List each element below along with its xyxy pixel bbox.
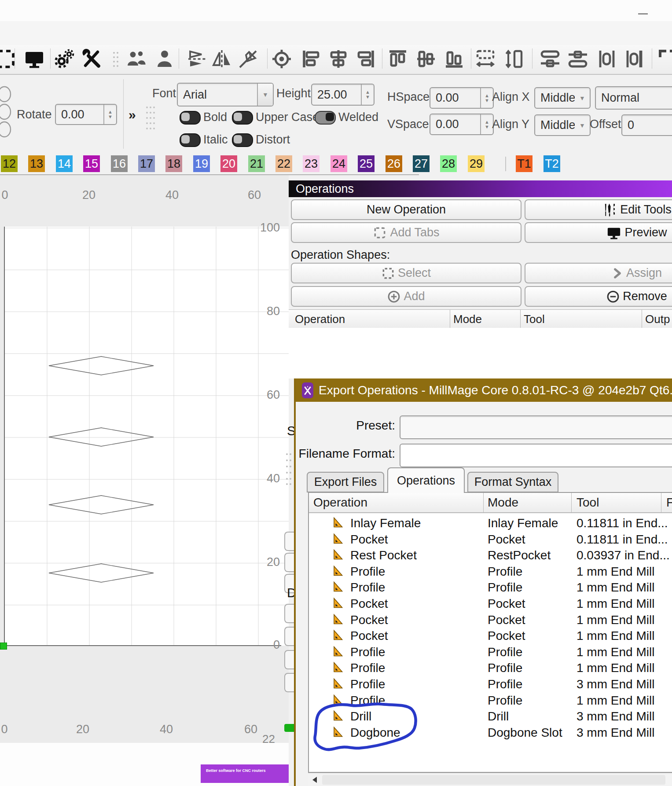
- operation-row-pocket[interactable]: viewBox="0 0 26 26">PocketPocket1 mm End…: [309, 612, 672, 628]
- operation-row-pocket[interactable]: viewBox="0 0 26 26">PocketPocket1 mm End…: [309, 628, 672, 644]
- operation-row-profile[interactable]: viewBox="0 0 26 26">ProfileProfile1 mm E…: [309, 579, 672, 595]
- selection-marquee-icon[interactable]: [0, 48, 15, 70]
- color-swatch-26[interactable]: 26: [386, 155, 402, 172]
- align-bottom-icon[interactable]: [444, 48, 465, 70]
- same-height-icon[interactable]: [567, 48, 588, 70]
- color-swatch-17[interactable]: 17: [138, 155, 155, 172]
- color-swatch-12[interactable]: 12: [1, 155, 18, 172]
- preview-button[interactable]: Preview: [525, 222, 672, 243]
- same-width-icon[interactable]: [540, 48, 561, 70]
- select-shapes-button[interactable]: Select: [291, 263, 521, 283]
- align-middle-vertical-icon[interactable]: [415, 48, 437, 70]
- equal-space-vertical-b-icon[interactable]: [624, 48, 645, 70]
- hspace-input[interactable]: 0.00 ▲▼: [430, 87, 494, 109]
- font-dropdown-arrow[interactable]: ▼: [257, 84, 273, 106]
- bold-toggle[interactable]: [180, 111, 201, 125]
- dialog-horizontal-scrollbar[interactable]: [308, 773, 672, 786]
- color-swatch-24[interactable]: 24: [330, 155, 347, 172]
- color-swatch-13[interactable]: 13: [28, 155, 45, 172]
- italic-toggle[interactable]: [180, 133, 201, 147]
- hspace-spinner[interactable]: ▲▼: [480, 88, 493, 108]
- tab-format-syntax[interactable]: Format Syntax: [467, 472, 558, 492]
- operation-row-profile[interactable]: viewBox="0 0 26 26">ProfileProfile1 mm E…: [309, 644, 672, 660]
- operation-row-rest-pocket[interactable]: viewBox="0 0 26 26">Rest PocketRestPocke…: [309, 547, 672, 563]
- toolbar-drag-handle[interactable]: [113, 51, 119, 68]
- promo-banner[interactable]: Better software for CNC routers: [201, 764, 294, 783]
- vspace-input[interactable]: 0.00 ▲▼: [430, 114, 494, 135]
- machine-tools-icon[interactable]: [81, 48, 102, 70]
- edit-tools-button[interactable]: Edit Tools: [525, 199, 672, 220]
- display-icon[interactable]: [24, 48, 45, 70]
- color-swatch-27[interactable]: 27: [413, 155, 430, 172]
- color-swatch-25[interactable]: 25: [358, 155, 375, 172]
- align-right-icon[interactable]: [355, 48, 376, 70]
- operation-row-inlay-female[interactable]: viewBox="0 0 26 26">Inlay FemaleInlay Fe…: [309, 515, 672, 531]
- operation-row-profile[interactable]: viewBox="0 0 26 26">ProfileProfile1 mm E…: [309, 660, 672, 676]
- assign-shapes-button[interactable]: Assign: [525, 263, 672, 283]
- align-y-combobox[interactable]: Middle ▼: [534, 114, 591, 136]
- welded-toggle[interactable]: [315, 111, 336, 125]
- group-users-icon[interactable]: [126, 48, 147, 70]
- fit-height-icon[interactable]: [503, 48, 524, 70]
- corner-frame-icon[interactable]: [657, 48, 672, 70]
- align-y-dropdown-arrow[interactable]: ▼: [575, 115, 590, 135]
- mirror-diagonal-icon[interactable]: [238, 48, 259, 70]
- color-swatch-19[interactable]: 19: [193, 155, 210, 172]
- preset-combobox[interactable]: [400, 415, 672, 439]
- origin-marker[interactable]: [0, 643, 7, 650]
- align-x-dropdown-arrow[interactable]: ▼: [575, 88, 590, 108]
- scroll-track[interactable]: [322, 775, 665, 785]
- vspace-spinner[interactable]: ▲▼: [480, 114, 493, 134]
- operation-row-pocket[interactable]: viewBox="0 0 26 26">PocketPocket0.11811 …: [309, 531, 672, 547]
- equal-space-vertical-a-icon[interactable]: [596, 48, 617, 70]
- color-swatch-22[interactable]: 22: [275, 155, 292, 172]
- distort-toggle[interactable]: [232, 133, 253, 147]
- operation-row-profile[interactable]: viewBox="0 0 26 26">ProfileProfile3 mm E…: [309, 676, 672, 692]
- operations-table-body[interactable]: [289, 328, 672, 378]
- color-swatch-16[interactable]: 16: [111, 155, 128, 172]
- color-swatch-21[interactable]: 21: [248, 155, 265, 172]
- minimize-icon[interactable]: [638, 13, 648, 15]
- dialog-titlebar[interactable]: Export Operations - MillMage Core 0.8.01…: [296, 378, 672, 402]
- font-combobox[interactable]: Arial ▼: [177, 83, 274, 107]
- expand-icon[interactable]: »: [129, 107, 136, 122]
- color-swatch-23[interactable]: 23: [303, 155, 319, 172]
- settings-gears-icon[interactable]: [54, 48, 75, 70]
- align-top-icon[interactable]: [387, 48, 408, 70]
- single-user-icon[interactable]: [154, 48, 175, 70]
- origin-target-icon[interactable]: [271, 48, 292, 70]
- upper-case-toggle[interactable]: [232, 111, 253, 125]
- fit-width-icon[interactable]: [475, 48, 496, 70]
- tab-operations[interactable]: Operations: [387, 467, 465, 493]
- rotate-spinner[interactable]: ▲▼: [103, 105, 116, 124]
- flip-vertical-icon[interactable]: [187, 48, 208, 70]
- dialog-operations-table[interactable]: Operation Mode Tool Fi viewBox="0 0 26 2…: [308, 492, 672, 773]
- add-shapes-button[interactable]: Add: [291, 286, 521, 307]
- tab-export-files[interactable]: Export Files: [307, 472, 384, 492]
- height-spinner[interactable]: ▲▼: [361, 84, 374, 105]
- align-left-icon[interactable]: [301, 48, 322, 70]
- canvas-plot[interactable]: [4, 227, 290, 646]
- new-operation-button[interactable]: New Operation: [291, 199, 521, 220]
- offset-input[interactable]: 0: [621, 114, 672, 136]
- align-center-horizontal-icon[interactable]: [328, 48, 349, 70]
- color-swatch-28[interactable]: 28: [440, 155, 457, 172]
- operation-row-profile[interactable]: viewBox="0 0 26 26">ProfileProfile1 mm E…: [309, 563, 672, 580]
- add-tabs-button[interactable]: Add Tabs: [291, 222, 521, 243]
- operation-row-pocket[interactable]: viewBox="0 0 26 26">PocketPocket1 mm End…: [309, 595, 672, 612]
- color-swatch-T1[interactable]: T1: [516, 155, 532, 172]
- remove-shapes-button[interactable]: Remove: [525, 286, 672, 307]
- filename-format-input[interactable]: [400, 444, 672, 467]
- color-swatch-T2[interactable]: T2: [543, 155, 560, 172]
- flip-horizontal-icon[interactable]: [211, 48, 232, 70]
- operation-row-profile[interactable]: viewBox="0 0 26 26">ProfileProfile1 mm E…: [309, 692, 672, 709]
- color-swatch-18[interactable]: 18: [165, 155, 182, 172]
- height-input[interactable]: 25.00 ▲▼: [311, 84, 375, 106]
- color-swatch-15[interactable]: 15: [83, 155, 100, 172]
- color-swatch-20[interactable]: 20: [220, 155, 237, 172]
- operation-row-drill[interactable]: viewBox="0 0 26 26">DrillDrill3 mm End M…: [309, 708, 672, 724]
- rotate-input[interactable]: 0.00 ▲▼: [55, 104, 117, 125]
- style-combobox[interactable]: Normal: [595, 86, 672, 110]
- panel-drag-handle[interactable]: [145, 106, 155, 131]
- color-swatch-29[interactable]: 29: [468, 155, 485, 172]
